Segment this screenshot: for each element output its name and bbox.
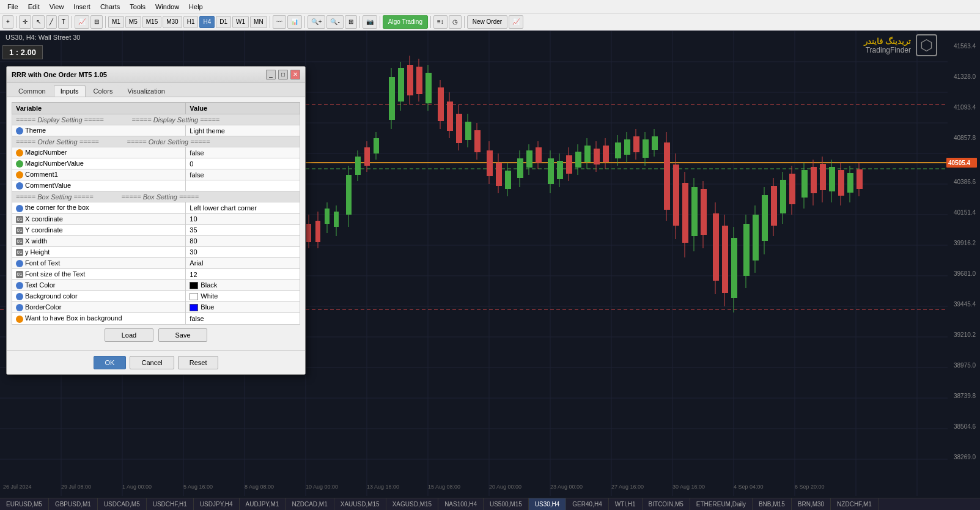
tab-colors[interactable]: Colors	[87, 85, 120, 97]
tab-inputs[interactable]: Inputs	[54, 85, 86, 97]
bottom-tab-ethereum[interactable]: ETHEREUM,Daily	[690, 498, 753, 510]
line-btn[interactable]: ╱	[46, 15, 57, 29]
arrow-btn[interactable]: ↖	[32, 15, 45, 29]
svg-text:38504.6: 38504.6	[954, 423, 976, 430]
svg-text:29 Jul 08:00: 29 Jul 08:00	[61, 484, 91, 490]
new-order-btn[interactable]: New Order	[467, 15, 507, 29]
tf-m1[interactable]: M1	[108, 16, 124, 28]
row-font-size: 01Font size of the Text 12	[12, 269, 300, 280]
bottom-tab-eurusd[interactable]: EURUSD,M5	[0, 498, 49, 510]
algo-trading-btn[interactable]: Algo Trading	[383, 15, 428, 29]
line-chart-btn[interactable]: 〰	[273, 15, 286, 29]
menu-item-window[interactable]: Window	[150, 2, 184, 12]
bottom-tab-ger40[interactable]: GER40,H4	[566, 498, 608, 510]
svg-text:39681.0: 39681.0	[954, 270, 976, 277]
candle-btn[interactable]: 📊	[287, 15, 302, 29]
svg-rect-133	[789, 174, 795, 204]
svg-rect-119	[722, 226, 728, 293]
bottom-tab-us30[interactable]: US30,H4	[529, 498, 567, 510]
row-border-color: BorderColor Blue	[12, 302, 300, 313]
tf-m30[interactable]: M30	[163, 16, 182, 28]
text-btn[interactable]: T	[58, 15, 69, 29]
svg-rect-87	[566, 155, 572, 174]
menu-item-help[interactable]: Help	[184, 2, 208, 12]
bottom-tab-us500[interactable]: US500,M15	[484, 498, 529, 510]
reset-btn[interactable]: Reset	[178, 356, 219, 369]
svg-text:38975.0: 38975.0	[954, 362, 976, 369]
dot-icon-commentval	[16, 182, 23, 190]
bottom-tab-brn[interactable]: BRN,M30	[792, 498, 831, 510]
separator-3	[105, 16, 106, 28]
ok-btn[interactable]: OK	[94, 356, 127, 369]
tf-m15[interactable]: M15	[142, 16, 161, 28]
crosshair-btn[interactable]: ✛	[19, 15, 31, 29]
num-icon-xw: 01	[16, 238, 23, 245]
svg-rect-99	[624, 139, 630, 155]
menu-item-file[interactable]: File	[2, 2, 23, 12]
row-font: Font of Text Arial	[12, 257, 300, 268]
svg-rect-53	[398, 68, 404, 102]
zoom-out-btn[interactable]: 🔍-	[326, 15, 343, 29]
svg-text:6 Sep 20:00: 6 Sep 20:00	[795, 484, 825, 490]
svg-rect-49	[374, 138, 379, 153]
bottom-tab-usdcad[interactable]: USDCAD,M5	[98, 498, 147, 510]
separator-6	[359, 16, 360, 28]
tab-visualization[interactable]: Visualization	[120, 85, 172, 97]
bottom-tab-xagusd[interactable]: XAGUSD,M15	[386, 498, 438, 510]
zoom-in-btn[interactable]: 🔍+	[308, 15, 326, 29]
bottom-tab-bitcoin[interactable]: BITCOIN,M5	[643, 498, 690, 510]
svg-rect-39	[325, 209, 330, 224]
svg-text:40386.6: 40386.6	[954, 179, 976, 185]
menu-item-tools[interactable]: Tools	[125, 2, 150, 12]
row-comment-value: CommentValue	[12, 180, 300, 191]
save-btn[interactable]: Save	[158, 328, 207, 342]
svg-rect-37	[315, 221, 320, 242]
modal-dialog: RRR with One Order MT5 1.05 _ □ ✕ Common…	[6, 66, 306, 375]
svg-rect-63	[447, 102, 453, 131]
svg-rect-143	[838, 170, 844, 196]
bottom-tab-nzdchf[interactable]: NZDCHF,M1	[831, 498, 879, 510]
dot-icon-font	[16, 260, 23, 267]
modal-close-btn[interactable]: ✕	[290, 70, 300, 79]
svg-rect-91	[584, 146, 591, 162]
chart-shift-btn[interactable]: ◷	[449, 15, 462, 29]
modal-tabs: Common Inputs Colors Visualization	[7, 83, 305, 97]
bottom-tab-usdjpy[interactable]: USDJPY,H4	[194, 498, 240, 510]
modal-maximize-btn[interactable]: □	[278, 70, 288, 79]
load-btn[interactable]: Load	[105, 328, 153, 342]
svg-text:40505.4: 40505.4	[948, 160, 971, 166]
tab-common[interactable]: Common	[12, 85, 53, 97]
grid-btn[interactable]: ⊞	[345, 15, 357, 29]
menu-item-charts[interactable]: Charts	[95, 2, 125, 12]
menu-item-edit[interactable]: Edit	[23, 2, 45, 12]
screenshot-btn[interactable]: 📷	[363, 15, 377, 29]
tf-m5[interactable]: M5	[125, 16, 141, 28]
tf-mn[interactable]: MN	[250, 16, 267, 28]
portfolio-btn[interactable]: 📈	[509, 15, 523, 29]
modal-minimize-btn[interactable]: _	[266, 70, 276, 79]
cancel-btn[interactable]: Cancel	[130, 356, 174, 369]
bottom-tabs: EURUSD,M5 GBPUSD,M1 USDCAD,M5 USDCHF,H1 …	[0, 498, 980, 510]
menu-item-view[interactable]: View	[45, 2, 69, 12]
svg-text:40151.4: 40151.4	[954, 209, 976, 216]
bottom-tab-nzdcad[interactable]: NZDCAD,M1	[286, 498, 334, 510]
menu-item-insert[interactable]: Insert	[68, 2, 95, 12]
bottom-tab-xauusd[interactable]: XAUUSD,M15	[334, 498, 386, 510]
bottom-tab-wti[interactable]: WTI,H1	[609, 498, 643, 510]
bottom-tab-usdchf[interactable]: USDCHF,H1	[147, 498, 194, 510]
tf-d1[interactable]: D1	[216, 16, 231, 28]
tf-h4[interactable]: H4	[199, 16, 215, 28]
dot-icon-magicval	[16, 160, 23, 168]
bottom-tab-gbpusd[interactable]: GBPUSD,M1	[49, 498, 98, 510]
tf-h1[interactable]: H1	[183, 16, 199, 28]
svg-rect-65	[456, 114, 462, 143]
tf-w1[interactable]: W1	[232, 16, 249, 28]
depth-btn[interactable]: ≡↕	[433, 15, 448, 29]
modal-titlebar: RRR with One Order MT5 1.05 _ □ ✕	[7, 67, 305, 83]
bottom-tab-nas100[interactable]: NAS100,H4	[438, 498, 484, 510]
bottom-tab-bnb[interactable]: BNB,M15	[753, 498, 792, 510]
bottom-tab-audjpy[interactable]: AUDJPY,M1	[240, 498, 286, 510]
new-chart-btn[interactable]: +	[2, 15, 13, 29]
template-btn[interactable]: ⊟	[90, 15, 103, 29]
indicator-btn[interactable]: 📈	[75, 15, 89, 29]
